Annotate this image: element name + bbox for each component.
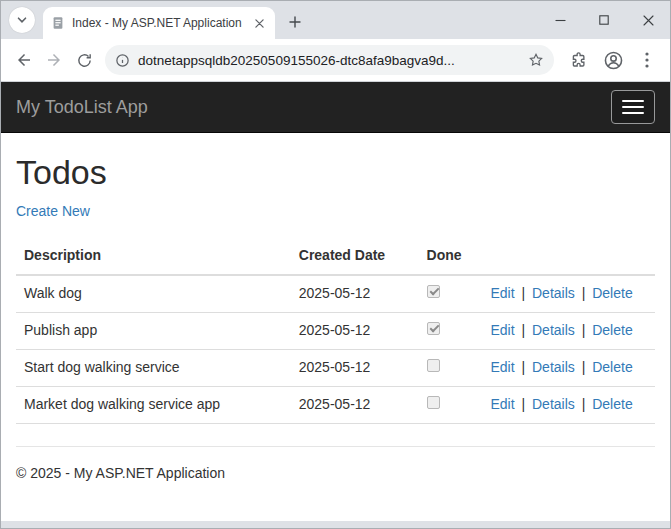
content-container: Todos Create New Description Created Dat… xyxy=(1,153,670,481)
window-controls xyxy=(538,1,670,39)
page-footer: © 2025 - My ASP.NET Application xyxy=(16,465,655,481)
action-separator: | xyxy=(518,359,529,375)
site-info-icon[interactable] xyxy=(115,53,130,68)
forward-button xyxy=(39,45,69,75)
navbar-toggle-button[interactable] xyxy=(611,90,655,124)
todo-done-checkbox xyxy=(427,322,440,335)
back-button[interactable] xyxy=(9,45,39,75)
todo-table-body: Walk dog 2025-05-12 Edit | Details | Del… xyxy=(16,275,655,423)
delete-link[interactable]: Delete xyxy=(592,285,632,301)
minimize-icon xyxy=(555,15,566,26)
tab-close-icon[interactable] xyxy=(251,15,267,31)
browser-toolbar: dotnetappsqldb20250509155026-dtc8afa9bag… xyxy=(1,39,670,82)
action-separator: | xyxy=(518,322,529,338)
delete-link[interactable]: Delete xyxy=(592,396,632,412)
action-separator: | xyxy=(578,285,589,301)
close-window-button[interactable] xyxy=(626,1,670,39)
todo-description: Start dog walking service xyxy=(16,349,291,386)
table-row: Publish app 2025-05-12 Edit | Details | … xyxy=(16,312,655,349)
todo-description: Market dog walking service app xyxy=(16,386,291,423)
todo-done-checkbox xyxy=(427,285,440,298)
bookmark-star-icon[interactable] xyxy=(528,52,544,68)
tab-search-button[interactable] xyxy=(9,7,35,33)
close-icon xyxy=(643,15,654,26)
todo-description: Walk dog xyxy=(16,275,291,312)
profile-button[interactable] xyxy=(598,45,628,75)
minimize-button[interactable] xyxy=(538,1,582,39)
details-link[interactable]: Details xyxy=(532,285,575,301)
edit-link[interactable]: Edit xyxy=(490,396,514,412)
delete-link[interactable]: Delete xyxy=(592,322,632,338)
todo-description: Publish app xyxy=(16,312,291,349)
site-navbar: My TodoList App xyxy=(1,82,670,133)
tab-title: Index - My ASP.NET Application xyxy=(72,16,251,30)
url-text[interactable]: dotnetappsqldb20250509155026-dtc8afa9bag… xyxy=(138,53,520,68)
reload-icon xyxy=(76,52,93,69)
navbar-brand-link[interactable]: My TodoList App xyxy=(1,97,163,118)
maximize-button[interactable] xyxy=(582,1,626,39)
details-link[interactable]: Details xyxy=(532,322,575,338)
todo-done-checkbox xyxy=(427,359,440,372)
reload-button[interactable] xyxy=(69,45,99,75)
table-row: Start dog walking service 2025-05-12 Edi… xyxy=(16,349,655,386)
todo-created-date: 2025-05-12 xyxy=(291,349,419,386)
header-actions xyxy=(482,238,655,275)
profile-avatar-icon xyxy=(603,50,624,71)
table-row: Walk dog 2025-05-12 Edit | Details | Del… xyxy=(16,275,655,312)
chevron-down-icon xyxy=(16,14,28,26)
header-done: Done xyxy=(419,238,483,275)
browser-menu-button[interactable] xyxy=(632,45,662,75)
address-bar[interactable]: dotnetappsqldb20250509155026-dtc8afa9bag… xyxy=(105,45,554,75)
footer-divider xyxy=(16,446,655,447)
details-link[interactable]: Details xyxy=(532,396,575,412)
edit-link[interactable]: Edit xyxy=(490,285,514,301)
action-separator: | xyxy=(578,359,589,375)
action-separator: | xyxy=(578,322,589,338)
action-separator: | xyxy=(578,396,589,412)
plus-icon xyxy=(289,16,301,28)
kebab-menu-icon xyxy=(645,52,649,68)
extensions-puzzle-icon xyxy=(570,51,588,69)
tab-favicon-icon xyxy=(51,16,65,30)
todo-created-date: 2025-05-12 xyxy=(291,386,419,423)
forward-arrow-icon xyxy=(45,51,63,69)
browser-window: Index - My ASP.NET Application xyxy=(0,0,671,529)
table-row: Market dog walking service app 2025-05-1… xyxy=(16,386,655,423)
details-link[interactable]: Details xyxy=(532,359,575,375)
table-header-row: Description Created Date Done xyxy=(16,238,655,275)
todo-created-date: 2025-05-12 xyxy=(291,312,419,349)
action-separator: | xyxy=(518,285,529,301)
header-created-date: Created Date xyxy=(291,238,419,275)
edit-link[interactable]: Edit xyxy=(490,322,514,338)
action-separator: | xyxy=(518,396,529,412)
extensions-button[interactable] xyxy=(564,45,594,75)
create-new-link[interactable]: Create New xyxy=(16,203,90,219)
maximize-icon xyxy=(599,15,609,25)
todo-table: Description Created Date Done Walk dog 2… xyxy=(16,238,655,424)
browser-tab[interactable]: Index - My ASP.NET Application xyxy=(43,7,275,39)
todo-created-date: 2025-05-12 xyxy=(291,275,419,312)
hamburger-icon xyxy=(622,100,644,102)
toolbar-right-cluster xyxy=(560,45,662,75)
back-arrow-icon xyxy=(15,51,33,69)
todo-done-checkbox xyxy=(427,396,440,409)
footer-text: © 2025 - My ASP.NET Application xyxy=(16,465,655,481)
browser-titlebar: Index - My ASP.NET Application xyxy=(1,1,670,39)
page-viewport: My TodoList App Todos Create New Descrip… xyxy=(1,82,670,521)
page-title: Todos xyxy=(16,153,655,192)
header-description: Description xyxy=(16,238,291,275)
delete-link[interactable]: Delete xyxy=(592,359,632,375)
new-tab-button[interactable] xyxy=(281,8,309,36)
edit-link[interactable]: Edit xyxy=(490,359,514,375)
